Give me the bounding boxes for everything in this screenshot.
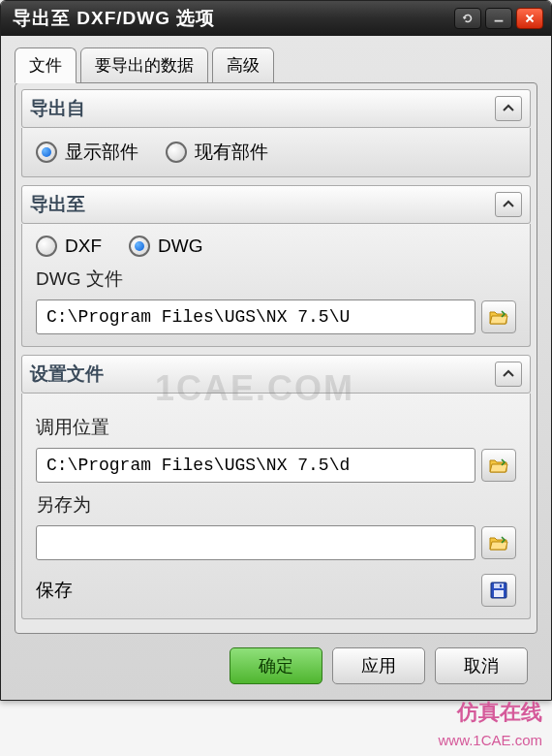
group-body-to: DXF DWG DWG 文件 <box>21 224 531 347</box>
close-button[interactable] <box>516 8 543 29</box>
ok-button[interactable]: 确定 <box>230 647 322 684</box>
chevron-up-icon <box>502 198 515 211</box>
radio-dwg[interactable]: DWG <box>129 236 202 257</box>
minimize-icon <box>492 12 506 25</box>
call-location-input[interactable] <box>36 448 475 483</box>
radio-icon <box>36 236 57 257</box>
group-body-from: 显示部件 现有部件 <box>21 128 531 177</box>
saveas-input[interactable] <box>36 525 475 560</box>
save-button[interactable] <box>481 574 516 607</box>
floppy-disk-icon <box>489 581 508 600</box>
radio-label: 显示部件 <box>65 140 138 165</box>
group-title-from: 导出自 <box>30 96 85 121</box>
radio-icon <box>129 236 150 257</box>
svg-rect-2 <box>494 583 504 588</box>
tab-panel: 导出自 显示部件 现有部件 <box>15 82 537 634</box>
radio-label: DXF <box>65 236 102 257</box>
browse-dwg-button[interactable] <box>481 300 516 333</box>
group-export-to: 导出至 DXF DWG <box>21 185 531 347</box>
chevron-up-icon <box>502 367 515 381</box>
radio-label: 现有部件 <box>195 140 268 165</box>
call-location-label: 调用位置 <box>36 415 516 440</box>
group-export-from: 导出自 显示部件 现有部件 <box>21 89 531 177</box>
collapse-btn-settings[interactable] <box>495 362 522 387</box>
dialog-body: 文件 要导出的数据 高级 导出自 显示部件 <box>1 36 551 700</box>
group-title-to: 导出至 <box>30 192 85 217</box>
svg-rect-3 <box>494 590 504 597</box>
watermark-url: www.1CAE.com <box>438 732 542 748</box>
collapse-btn-from[interactable] <box>495 96 522 121</box>
folder-open-icon <box>489 534 508 551</box>
save-label: 保存 <box>36 578 481 603</box>
group-header-from[interactable]: 导出自 <box>21 89 531 128</box>
radio-displayed-part[interactable]: 显示部件 <box>36 140 138 165</box>
group-body-settings: 调用位置 另存为 <box>21 394 531 619</box>
window-title: 导出至 DXF/DWG 选项 <box>13 6 450 31</box>
browse-saveas-button[interactable] <box>481 526 516 559</box>
tab-advanced[interactable]: 高级 <box>212 47 274 83</box>
folder-open-icon <box>489 457 508 474</box>
titlebar: 导出至 DXF/DWG 选项 <box>1 1 551 36</box>
svg-rect-0 <box>495 20 504 22</box>
dialog-window: 导出至 DXF/DWG 选项 文件 要导出的数据 高级 导出自 <box>0 0 552 701</box>
tab-data[interactable]: 要导出的数据 <box>80 47 208 83</box>
radio-icon <box>166 142 187 163</box>
dwg-file-label: DWG 文件 <box>36 267 516 292</box>
close-icon <box>523 12 537 25</box>
watermark-brand: 仿真在线 <box>457 698 542 727</box>
tab-file[interactable]: 文件 <box>15 47 77 83</box>
minimize-button[interactable] <box>485 8 512 29</box>
group-header-to[interactable]: 导出至 <box>21 185 531 224</box>
undo-icon <box>461 12 475 25</box>
reset-button[interactable] <box>454 8 481 29</box>
group-title-settings: 设置文件 <box>30 362 104 387</box>
radio-dxf[interactable]: DXF <box>36 236 102 257</box>
tab-bar: 文件 要导出的数据 高级 <box>15 47 537 83</box>
saveas-label: 另存为 <box>36 492 516 518</box>
cancel-button[interactable]: 取消 <box>435 647 528 684</box>
svg-rect-4 <box>500 584 502 587</box>
browse-call-button[interactable] <box>481 449 516 482</box>
radio-existing-part[interactable]: 现有部件 <box>166 140 268 165</box>
dialog-footer: 确定 应用 取消 <box>15 634 537 690</box>
group-header-settings[interactable]: 设置文件 <box>21 355 531 394</box>
apply-button[interactable]: 应用 <box>332 647 425 684</box>
chevron-up-icon <box>502 102 515 115</box>
collapse-btn-to[interactable] <box>495 192 522 217</box>
group-settings-file: 设置文件 调用位置 <box>21 355 531 619</box>
radio-label: DWG <box>158 236 202 257</box>
folder-open-icon <box>489 308 508 326</box>
radio-icon <box>36 142 57 163</box>
dwg-file-input[interactable] <box>36 299 475 334</box>
